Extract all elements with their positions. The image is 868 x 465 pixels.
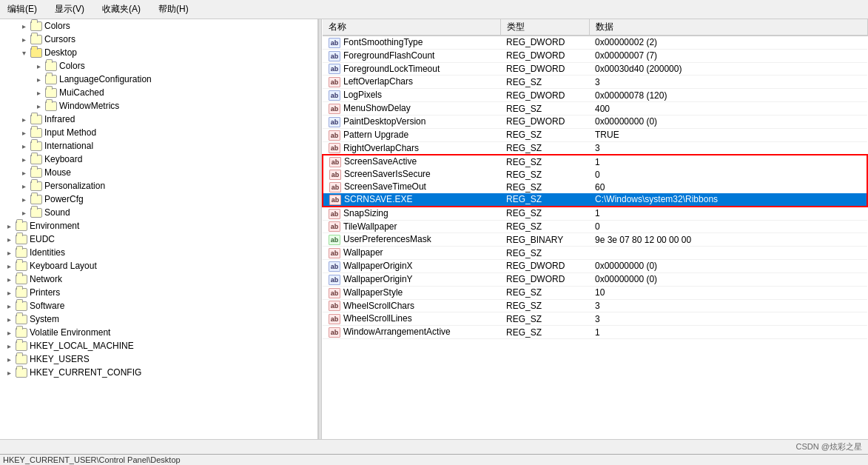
- tree-item-inputmethod[interactable]: ▸Input Method: [0, 126, 317, 139]
- cell-type: REG_SZ: [500, 128, 589, 141]
- tree-toggle-international[interactable]: ▸: [18, 142, 30, 150]
- tree-toggle-network[interactable]: ▸: [3, 275, 15, 284]
- tree-toggle-identities[interactable]: ▸: [3, 249, 15, 257]
- table-row[interactable]: abWindowArrangementActiveREG_SZ1: [323, 326, 867, 339]
- table-row[interactable]: abLogPixelsREG_DWORD0x00000078 (120): [323, 89, 867, 102]
- tree-item-cursors[interactable]: ▸Cursors: [0, 33, 317, 46]
- table-row[interactable]: abScreenSaveActiveREG_SZ1: [323, 155, 867, 168]
- tree-toggle-environment[interactable]: ▸: [3, 222, 15, 230]
- table-row[interactable]: abRightOverlapCharsREG_SZ3: [323, 141, 867, 155]
- tree-item-desktop[interactable]: ▾Desktop: [0, 46, 317, 59]
- tree-item-international[interactable]: ▸International: [0, 139, 317, 153]
- cell-name: abMenuShowDelay: [323, 102, 500, 116]
- tree-toggle-hku[interactable]: ▸: [3, 355, 15, 364]
- tree-item-personalization[interactable]: ▸Personalization: [0, 179, 317, 193]
- table-row[interactable]: abWallpaperREG_SZ: [323, 247, 867, 260]
- reg-icon-sz: ab: [329, 104, 340, 114]
- tree-toggle-cursors[interactable]: ▸: [18, 36, 30, 44]
- tree-item-hklm[interactable]: ▸HKEY_LOCAL_MACHINE: [0, 339, 317, 352]
- table-row[interactable]: abTileWallpaperREG_SZ0: [323, 220, 867, 233]
- menu-item[interactable]: 收藏夹(A): [98, 1, 145, 17]
- table-row[interactable]: abWallpaperStyleREG_SZ10: [323, 286, 867, 299]
- table-row[interactable]: abWallpaperOriginYREG_DWORD0x00000000 (0…: [323, 272, 867, 286]
- tree-item-keyboard[interactable]: ▸Keyboard: [0, 153, 317, 166]
- cell-data: 0: [589, 168, 867, 181]
- tree-toggle-eudc[interactable]: ▸: [3, 235, 15, 244]
- reg-icon-dword: ab: [329, 117, 340, 127]
- cell-data: 0x00030d40 (200000): [589, 62, 867, 76]
- col-header-name[interactable]: 名称: [323, 19, 500, 36]
- tree-item-muicached[interactable]: ▸MuiCached: [0, 86, 317, 99]
- tree-item-hku[interactable]: ▸HKEY_USERS: [0, 352, 317, 366]
- tree-toggle-powercfg[interactable]: ▸: [18, 195, 30, 204]
- folder-icon-software: [15, 300, 28, 312]
- tree-toggle-sound[interactable]: ▸: [18, 209, 30, 217]
- cell-name: abWheelScrollLines: [323, 312, 500, 326]
- table-row[interactable]: abWheelScrollCharsREG_SZ3: [323, 299, 867, 312]
- table-row[interactable]: abWallpaperOriginXREG_DWORD0x00000000 (0…: [323, 260, 867, 273]
- tree-item-system[interactable]: ▸System: [0, 312, 317, 326]
- tree-toggle-colors1[interactable]: ▸: [18, 22, 30, 30]
- cell-type: REG_SZ: [500, 247, 589, 260]
- tree-toggle-system[interactable]: ▸: [3, 315, 15, 324]
- col-header-type[interactable]: 类型: [500, 19, 589, 36]
- tree-item-identities[interactable]: ▸Identities: [0, 246, 317, 259]
- tree-toggle-mouse[interactable]: ▸: [18, 169, 30, 177]
- tree-item-environment[interactable]: ▸Environment: [0, 219, 317, 232]
- tree-toggle-hkcc[interactable]: ▸: [3, 369, 15, 377]
- cell-name: abWindowArrangementActive: [323, 326, 500, 339]
- tree-toggle-printers[interactable]: ▸: [3, 289, 15, 297]
- folder-icon-colors1: [30, 20, 43, 32]
- tree-toggle-personalization[interactable]: ▸: [18, 182, 30, 190]
- reg-icon-dword: ab: [329, 38, 340, 48]
- tree-toggle-software[interactable]: ▸: [3, 302, 15, 310]
- tree-toggle-inputmethod[interactable]: ▸: [18, 129, 30, 137]
- tree-item-powercfg[interactable]: ▸PowerCfg: [0, 193, 317, 206]
- tree-item-infrared[interactable]: ▸Infrared: [0, 113, 317, 126]
- tree-toggle-infrared[interactable]: ▸: [18, 116, 30, 124]
- tree-item-volatileenvironment[interactable]: ▸Volatile Environment: [0, 326, 317, 339]
- tree-item-languageconfiguration[interactable]: ▸LanguageConfiguration: [0, 73, 317, 86]
- cell-data: 0x00000078 (120): [589, 89, 867, 102]
- table-row[interactable]: abScreenSaveTimeOutREG_SZ60: [323, 181, 867, 193]
- table-row[interactable]: abPaintDesktopVersionREG_DWORD0x00000000…: [323, 115, 867, 128]
- menu-item[interactable]: 编辑(E): [3, 1, 41, 17]
- menu-item[interactable]: 帮助(H): [154, 1, 193, 17]
- tree-item-windowmetrics[interactable]: ▸WindowMetrics: [0, 99, 317, 113]
- tree-toggle-colors2[interactable]: ▸: [33, 62, 44, 70]
- table-row[interactable]: abForegroundFlashCountREG_DWORD0x0000000…: [323, 49, 867, 62]
- menu-item[interactable]: 显示(V): [50, 1, 89, 17]
- table-row[interactable]: abUserPreferencesMaskREG_BINARY9e 3e 07 …: [323, 233, 867, 247]
- tree-item-printers[interactable]: ▸Printers: [0, 286, 317, 299]
- tree-toggle-keyboard[interactable]: ▸: [18, 155, 30, 164]
- table-row[interactable]: abWheelScrollLinesREG_SZ3: [323, 312, 867, 326]
- tree-toggle-desktop[interactable]: ▾: [18, 49, 30, 57]
- tree-item-sound[interactable]: ▸Sound: [0, 206, 317, 219]
- tree-toggle-hklm[interactable]: ▸: [3, 342, 15, 350]
- table-row[interactable]: abFontSmoothingTypeREG_DWORD0x00000002 (…: [323, 36, 867, 49]
- tree-item-mouse[interactable]: ▸Mouse: [0, 166, 317, 179]
- tree-toggle-volatileenvironment[interactable]: ▸: [3, 329, 15, 337]
- table-row[interactable]: abSnapSizingREG_SZ1: [323, 207, 867, 220]
- table-row[interactable]: abPattern UpgradeREG_SZTRUE: [323, 128, 867, 141]
- table-row[interactable]: abSCRNSAVE.EXEREG_SZC:\Windows\system32\…: [323, 193, 867, 207]
- tree-item-colors1[interactable]: ▸Colors: [0, 19, 317, 33]
- cell-type: REG_DWORD: [500, 36, 589, 49]
- tree-item-colors2[interactable]: ▸Colors: [0, 59, 317, 73]
- table-row[interactable]: abForegroundLockTimeoutREG_DWORD0x00030d…: [323, 62, 867, 76]
- tree-item-software[interactable]: ▸Software: [0, 299, 317, 312]
- table-row[interactable]: abMenuShowDelayREG_SZ400: [323, 102, 867, 116]
- table-row[interactable]: abScreenSaverIsSecureREG_SZ0: [323, 168, 867, 181]
- col-header-data[interactable]: 数据: [589, 19, 867, 36]
- tree-panel[interactable]: ▸Colors▸Cursors▾Desktop▸Colors▸LanguageC…: [0, 19, 318, 439]
- tree-item-keyboardlayout[interactable]: ▸Keyboard Layout: [0, 259, 317, 272]
- tree-toggle-languageconfiguration[interactable]: ▸: [33, 76, 44, 84]
- tree-item-network[interactable]: ▸Network: [0, 272, 317, 286]
- values-panel[interactable]: 名称 类型 数据 abFontSmoothingTypeREG_DWORD0x0…: [322, 19, 868, 439]
- tree-item-hkcc[interactable]: ▸HKEY_CURRENT_CONFIG: [0, 366, 317, 379]
- tree-toggle-keyboardlayout[interactable]: ▸: [3, 262, 15, 270]
- tree-toggle-windowmetrics[interactable]: ▸: [33, 102, 44, 110]
- tree-toggle-muicached[interactable]: ▸: [33, 89, 44, 97]
- table-row[interactable]: abLeftOverlapCharsREG_SZ3: [323, 76, 867, 89]
- tree-item-eudc[interactable]: ▸EUDC: [0, 232, 317, 246]
